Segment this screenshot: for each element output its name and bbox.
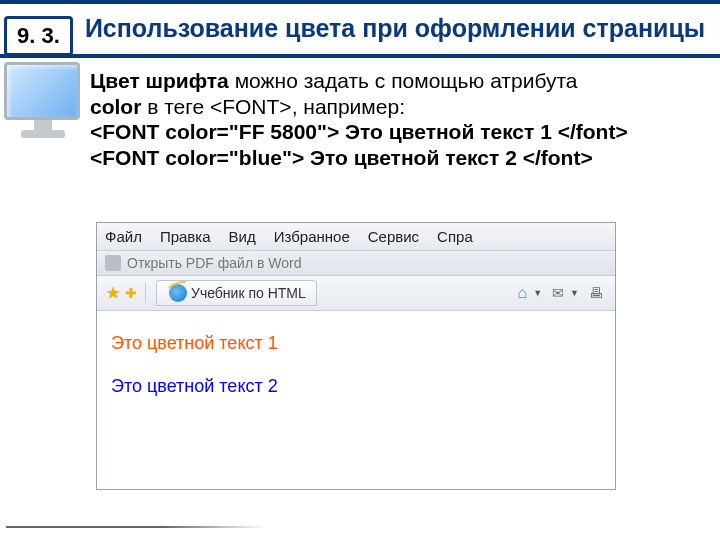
page-content: Это цветной текст 1 Это цветной текст 2 xyxy=(97,311,615,419)
toolbar-right: ⌂ ▼ ✉ ▼ 🖶 xyxy=(517,284,607,302)
intro-plain-2: в теге <FONT>, например: xyxy=(141,95,405,118)
ie-icon xyxy=(169,284,187,302)
section-number-badge: 9. 3. xyxy=(4,16,73,56)
code-line-1: <FONT color="FF 5800"> Это цветной текст… xyxy=(90,119,710,145)
monitor-stand xyxy=(34,120,52,130)
colored-text-2: Это цветной текст 2 xyxy=(111,376,601,397)
separator xyxy=(145,283,146,303)
colored-text-1: Это цветной текст 1 xyxy=(111,333,601,354)
menu-view[interactable]: Вид xyxy=(229,228,256,245)
monitor-screen xyxy=(4,62,80,120)
browser-tab[interactable]: Учебник по HTML xyxy=(156,280,317,306)
menu-favorites[interactable]: Избранное xyxy=(274,228,350,245)
tab-title: Учебник по HTML xyxy=(191,285,306,301)
monitor-illustration xyxy=(4,62,82,150)
footer-divider xyxy=(6,526,266,528)
home-icon[interactable]: ⌂ xyxy=(517,284,527,302)
home-dropdown-icon[interactable]: ▼ xyxy=(533,288,542,298)
menu-edit[interactable]: Правка xyxy=(160,228,211,245)
intro-plain-1: можно задать с помощью атрибута xyxy=(229,69,578,92)
intro-bold-2: color xyxy=(90,95,141,118)
menu-file[interactable]: Файл xyxy=(105,228,142,245)
pdf-icon xyxy=(105,255,121,271)
body-text: Цвет шрифта можно задать с помощью атриб… xyxy=(90,68,710,170)
favorites-star-icon[interactable]: ★ xyxy=(105,282,121,304)
code-line-2: <FONT color="blue"> Это цветной текст 2 … xyxy=(90,145,710,171)
pdf-toolbar-text[interactable]: Открыть PDF файл в Word xyxy=(127,255,301,271)
browser-window: Файл Правка Вид Избранное Сервис Спра От… xyxy=(96,222,616,490)
menu-bar: Файл Правка Вид Избранное Сервис Спра xyxy=(97,223,615,251)
feed-dropdown-icon[interactable]: ▼ xyxy=(570,288,579,298)
menu-help[interactable]: Спра xyxy=(437,228,473,245)
slide-title: Использование цвета при оформлении стран… xyxy=(0,15,720,43)
favorites-bar: ★ ✚ Учебник по HTML ⌂ ▼ ✉ ▼ 🖶 xyxy=(97,276,615,311)
print-icon[interactable]: 🖶 xyxy=(589,285,603,301)
monitor-base xyxy=(21,130,65,138)
pdf-toolbar: Открыть PDF файл в Word xyxy=(97,251,615,276)
intro-bold-1: Цвет шрифта xyxy=(90,69,229,92)
menu-tools[interactable]: Сервис xyxy=(368,228,419,245)
feed-icon[interactable]: ✉ xyxy=(552,285,564,301)
add-favorite-icon[interactable]: ✚ xyxy=(125,285,137,301)
slide-header: 9. 3. Использование цвета при оформлении… xyxy=(0,0,720,58)
